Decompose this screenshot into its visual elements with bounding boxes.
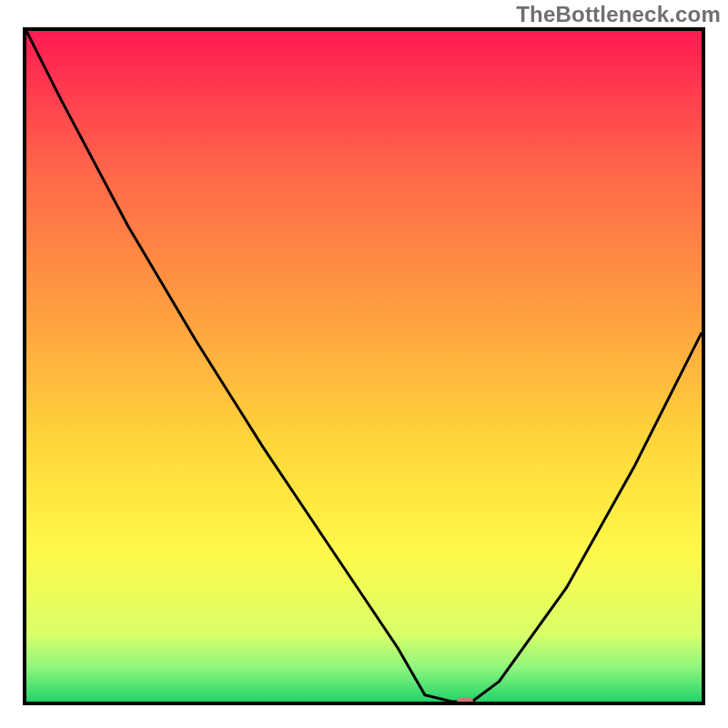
curve-layer: [26, 31, 702, 702]
plot-area: [23, 27, 705, 705]
optimal-marker: [457, 698, 473, 706]
bottleneck-chart: TheBottleneck.com: [0, 0, 728, 728]
watermark-text: TheBottleneck.com: [516, 2, 721, 27]
bottleneck-curve-path: [26, 31, 702, 702]
